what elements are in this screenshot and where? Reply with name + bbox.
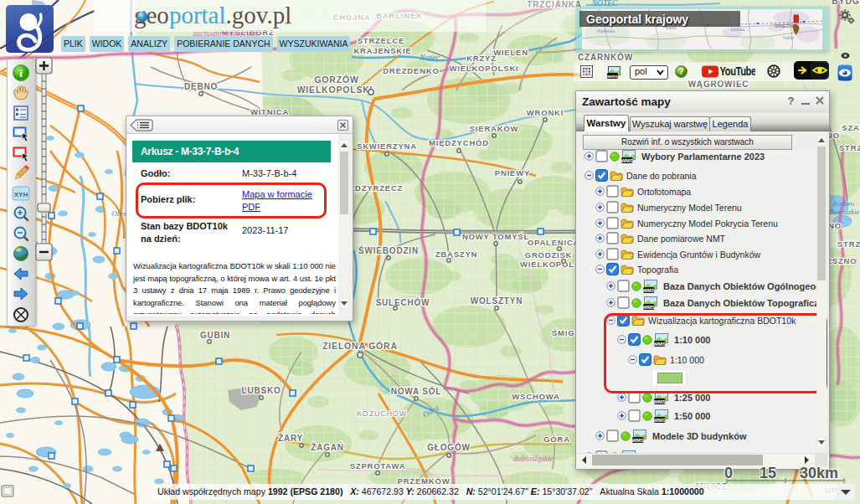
svg-text:ESZNO: ESZNO — [827, 256, 857, 265]
svg-text:DREZDENKO: DREZDENKO — [383, 66, 439, 75]
svg-text:WIELKOPOLSKI: WIELKOPOLSKI — [297, 85, 373, 95]
svg-text:WMS: WMS — [621, 157, 633, 162]
svg-text:Jezioro: Jezioro — [832, 199, 855, 208]
svg-text:KRZYŻ: KRZYŻ — [466, 54, 497, 63]
svg-text:WIELKOPOLS: WIELKOPOLS — [520, 260, 580, 269]
svg-text:Powidzkie: Powidzkie — [828, 208, 860, 216]
svg-text:Noteć: Noteć — [419, 53, 440, 62]
svg-text:NO: NO — [828, 221, 842, 230]
svg-text:NOWA SÓL: NOWA SÓL — [391, 386, 441, 396]
svg-text:WMS: WMS — [632, 437, 644, 442]
svg-text:SULECHÓW: SULECHÓW — [376, 297, 430, 307]
svg-text:WMS: WMS — [643, 304, 655, 309]
svg-text:GRODZISK: GRODZISK — [525, 250, 573, 260]
svg-text:WMS: WMS — [643, 287, 655, 292]
svg-text:ZIELONA GÓRA: ZIELONA GÓRA — [322, 341, 398, 351]
svg-text:OPALENICA: OPALENICA — [528, 238, 579, 247]
svg-text:dolnośląskie: dolnośląskie — [513, 455, 554, 463]
svg-text:GORZÓW: GORZÓW — [314, 75, 358, 85]
svg-text:ZBĄSZYŃ: ZBĄSZYŃ — [435, 249, 477, 259]
svg-text:i: i — [19, 67, 23, 80]
svg-text:WMS: WMS — [654, 417, 666, 422]
svg-text:wms: wms — [607, 74, 618, 79]
svg-text:WOLSZTYN: WOLSZTYN — [471, 296, 523, 306]
svg-text:GÓRA: GÓRA — [543, 435, 570, 444]
svg-text:?: ? — [678, 67, 683, 76]
svg-text:MIĘDZYCHÓD: MIĘDZYCHÓD — [429, 138, 489, 147]
svg-text:Łódzka: Łódzka — [731, 27, 744, 32]
svg-text:SIERAKÓW: SIERAKÓW — [470, 124, 519, 133]
svg-text:CZARNKÓW: CZARNKÓW — [578, 52, 633, 62]
svg-text:STRZ: STRZ — [837, 239, 860, 249]
svg-text:SKWIERZYNA: SKWIERZYNA — [357, 141, 417, 151]
svg-text:WSCHOWA: WSCHOWA — [512, 392, 559, 401]
svg-text:ŻARY: ŻARY — [278, 433, 303, 443]
svg-text:BYDG: BYDG — [832, 0, 860, 6]
svg-text:STRZELCE: STRZELCE — [358, 36, 405, 45]
svg-text:WIELKOPOLSKI: WIELKOPOLSKI — [450, 64, 519, 73]
svg-text:GŁOGÓW: GŁOGÓW — [427, 442, 470, 452]
svg-text:SZPROTAWA: SZPROTAWA — [350, 461, 406, 471]
svg-text:GUBIN: GUBIN — [200, 331, 230, 340]
svg-text:ŻAGAŃ: ŻAGAŃ — [311, 442, 344, 452]
svg-text:WRONKI: WRONKI — [527, 108, 564, 117]
svg-text:ŚWIEBODZIN: ŚWIEBODZIN — [358, 245, 419, 255]
svg-text:Kujawsko: Kujawsko — [597, 28, 615, 33]
svg-text:DĘBNO: DĘBNO — [184, 82, 218, 91]
svg-text:WIELEŃ: WIELEŃ — [493, 48, 528, 57]
svg-text:Kalisz: Kalisz — [783, 35, 795, 40]
svg-text:NOWY TOMYŚL: NOWY TOMYŚL — [462, 232, 529, 241]
svg-text:SZA: SZA — [842, 123, 859, 132]
svg-text:YouTube: YouTube — [720, 65, 756, 78]
svg-text:STRZ: STRZ — [839, 143, 860, 152]
svg-text:KOŻUCHÓW: KOŻUCHÓW — [357, 409, 407, 418]
svg-text:PNIEWY: PNIEWY — [495, 168, 530, 177]
svg-text:WMS: WMS — [654, 399, 666, 404]
svg-text:XYH: XYH — [14, 191, 28, 198]
svg-text:LUBSKO: LUBSKO — [241, 386, 281, 395]
svg-text:KRAJEŃSKIE: KRAJEŃSKIE — [353, 46, 411, 55]
